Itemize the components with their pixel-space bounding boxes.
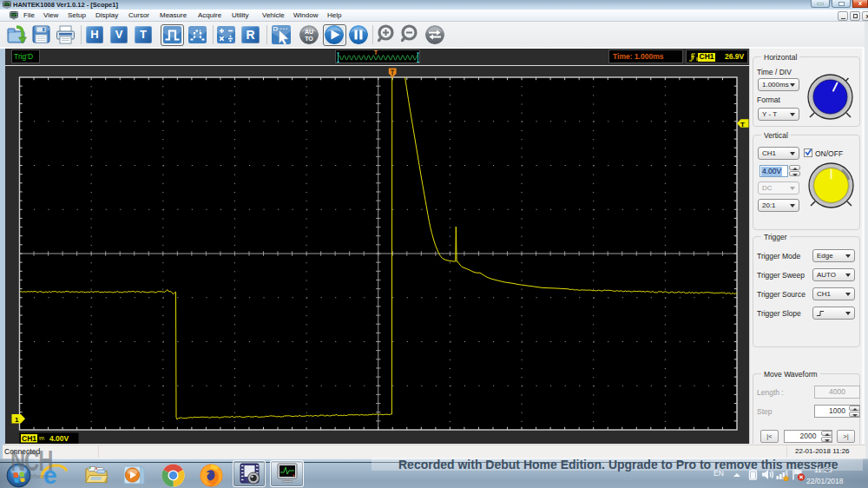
svg-text:1: 1 <box>15 416 19 424</box>
svg-text:T: T <box>740 121 745 129</box>
svg-text:4.00V: 4.00V <box>49 434 69 443</box>
svg-text:TO: TO <box>305 36 313 42</box>
svg-text:CH1: CH1 <box>22 434 36 443</box>
svg-text:AU: AU <box>305 29 313 35</box>
svg-text:T: T <box>374 49 378 56</box>
